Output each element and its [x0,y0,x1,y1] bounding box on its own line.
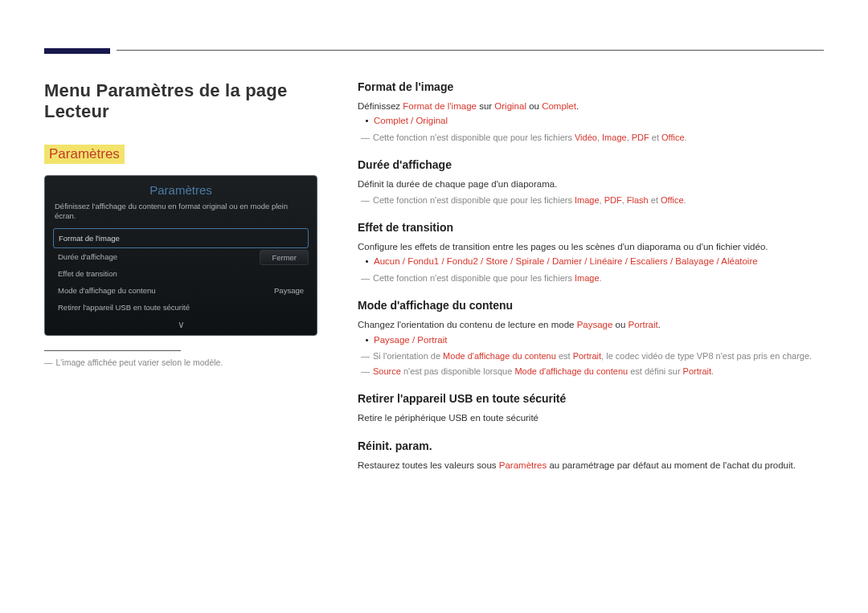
close-button[interactable]: Fermer [260,250,309,265]
heading-mode: Mode d'affichage du contenu [358,299,824,312]
heading-duree: Durée d'affichage [358,158,824,171]
settings-panel-illustration: Paramètres Définissez l'affichage du con… [44,175,317,336]
right-column: Format de l'image Définissez Format de l… [358,80,824,488]
text-reinit: Restaurez toutes les valeurs sous Paramè… [358,459,824,472]
section-format: Format de l'image Définissez Format de l… [358,80,824,144]
section-mode: Mode d'affichage du contenu Changez l'or… [358,299,824,378]
text-effet: Configure les effets de transition entre… [358,240,824,254]
heading-reinit: Réinit. param. [358,439,824,452]
chevron-down-icon: ∨ [45,316,317,330]
image-caption: ―L'image affichée peut varier selon le m… [44,358,326,367]
note-effet: ―Cette fonction n'est disponible que pou… [358,272,824,285]
note-duree: ―Cette fonction n'est disponible que pou… [358,194,824,207]
panel-description: Définissez l'affichage du contenu en for… [45,201,317,228]
text-usb: Retire le périphérique USB en toute sécu… [358,411,824,425]
section-usb: Retirer l'appareil USB en toute sécurité… [358,392,824,425]
text-duree: Définit la durée de chaque page d'un dia… [358,178,824,191]
panel-item-format: Format de l'image [53,228,309,248]
panel-item-label: Effet de transition [58,269,117,278]
option-mode: Paysage / Portrait [374,333,824,349]
option-effet: Aucun / Fondu1 / Fondu2 / Store / Spiral… [374,254,824,270]
heading-format: Format de l'image [358,80,824,93]
panel-item-effet: Effet de transition [45,265,317,282]
panel-item-mode: Mode d'affichage du contenu Paysage [45,282,317,299]
text-mode: Changez l'orientation du contenu de lect… [358,318,824,332]
text-format: Définissez Format de l'image sur Origina… [358,100,824,113]
page-title: Menu Paramètres de la page Lecteur [44,80,326,122]
panel-item-usb: Retirer l'appareil USB en toute sécurité [45,299,317,316]
option-format: Complet / Original [374,113,824,129]
caption-rule [44,350,181,351]
heading-usb: Retirer l'appareil USB en toute sécurité [358,392,824,405]
note-format: ―Cette fonction n'est disponible que pou… [358,131,824,145]
heading-effet: Effet de transition [358,221,824,234]
section-reinit: Réinit. param. Restaurez toutes les vale… [358,439,824,472]
panel-item-label: Format de l'image [59,234,120,243]
panel-item-duree: Durée d'affichage [45,248,260,265]
panel-title: Paramètres [45,181,317,201]
left-column: Menu Paramètres de la page Lecteur Param… [44,80,326,488]
header-rule [44,50,824,51]
panel-item-label: Durée d'affichage [58,252,117,261]
panel-item-label: Mode d'affichage du contenu [58,286,156,295]
note-mode-2: ―Source n'est pas disponible lorsque Mod… [358,365,824,378]
section-label-parametres: Paramètres [44,145,125,164]
header-accent [44,48,110,54]
section-effet: Effet de transition Configure les effets… [358,221,824,284]
panel-item-label: Retirer l'appareil USB en toute sécurité [58,303,190,312]
note-mode-1: ―Si l'orientation de Mode d'affichage du… [358,349,824,363]
panel-item-value: Paysage [274,286,304,295]
section-duree: Durée d'affichage Définit la durée de ch… [358,158,824,206]
